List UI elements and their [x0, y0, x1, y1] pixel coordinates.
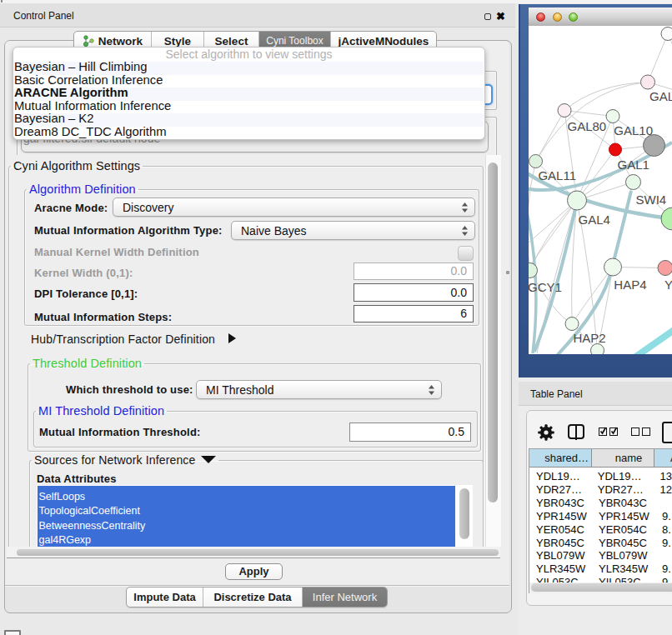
svg-text:GCY1: GCY1: [529, 280, 562, 294]
svg-text:HAP2: HAP2: [574, 331, 606, 345]
svg-text:GAL: GAL: [649, 89, 672, 103]
svg-text:Y: Y: [664, 278, 672, 292]
svg-text:GAL11: GAL11: [538, 168, 576, 182]
svg-text:GAL4: GAL4: [579, 212, 610, 227]
svg-text:HAP4: HAP4: [614, 278, 646, 292]
svg-text:SWI4: SWI4: [636, 192, 667, 207]
svg-text:GAL10: GAL10: [614, 123, 653, 138]
svg-text:GAL1: GAL1: [618, 158, 649, 172]
svg-text:GAL80: GAL80: [568, 119, 607, 133]
